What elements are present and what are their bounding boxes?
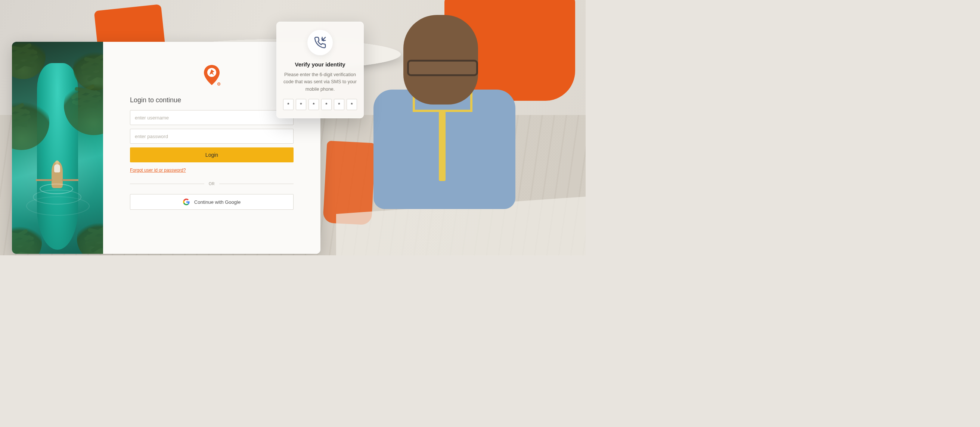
login-hero-image xyxy=(12,42,103,254)
google-icon xyxy=(183,198,190,205)
verify-title: Verify your identity xyxy=(295,61,345,68)
google-button-label: Continue with Google xyxy=(194,199,240,205)
divider: OR xyxy=(130,182,294,186)
code-digit-5[interactable] xyxy=(334,99,344,110)
username-input[interactable] xyxy=(130,110,294,125)
phone-incoming-icon xyxy=(307,30,333,55)
divider-line xyxy=(219,184,294,184)
continue-with-google-button[interactable]: Continue with Google xyxy=(130,194,294,210)
divider-label: OR xyxy=(209,182,215,186)
bg-person xyxy=(358,15,553,254)
login-title: Login to continue xyxy=(130,96,294,104)
code-input-row xyxy=(283,99,357,110)
divider-line xyxy=(130,184,204,184)
code-digit-4[interactable] xyxy=(321,99,332,110)
password-input[interactable] xyxy=(130,129,294,144)
login-card: Login to continue Login Forgot user id o… xyxy=(12,42,320,254)
brand-logo xyxy=(202,64,221,88)
forgot-password-link[interactable]: Forgot user id or password? xyxy=(130,168,186,173)
verify-description: Please enter the 6-digit verification co… xyxy=(283,71,357,93)
verify-identity-card: Verify your identity Please enter the 6-… xyxy=(276,22,364,118)
code-digit-3[interactable] xyxy=(309,99,319,110)
code-digit-6[interactable] xyxy=(347,99,357,110)
code-digit-2[interactable] xyxy=(296,99,306,110)
login-button[interactable]: Login xyxy=(130,148,294,162)
code-digit-1[interactable] xyxy=(283,99,294,110)
